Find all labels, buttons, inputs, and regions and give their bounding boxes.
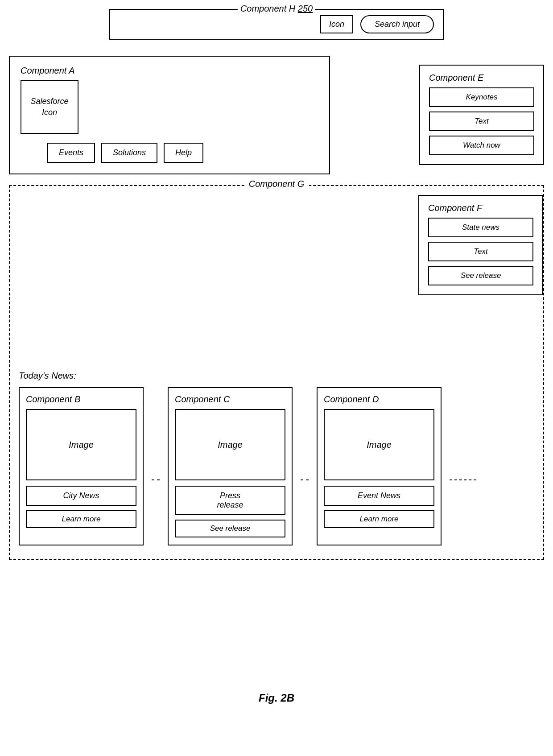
news-cards-row: Component B Image City News Learn more C… xyxy=(19,387,534,545)
dashed-arrow-bc xyxy=(152,479,160,480)
card-d-image: Image xyxy=(324,409,434,480)
card-c-image: Image xyxy=(175,409,285,480)
icon-box[interactable]: Icon xyxy=(320,15,353,33)
salesforce-icon: SalesforceIcon xyxy=(21,80,78,134)
component-f: Component F State news Text See release xyxy=(418,195,543,295)
component-g: Component G Component F State news Text … xyxy=(9,185,544,560)
nav-buttons: Events Solutions Help xyxy=(47,143,318,163)
card-d-button[interactable]: Learn more xyxy=(324,510,434,528)
card-c-title: Press release xyxy=(175,486,285,515)
todays-news-label: Today's News: xyxy=(19,371,534,381)
component-f-text-button[interactable]: Text xyxy=(428,242,533,261)
card-b-image: Image xyxy=(26,409,136,480)
search-input[interactable]: Search input xyxy=(360,15,434,33)
component-b-label: Component B xyxy=(26,394,136,405)
state-news-button[interactable]: State news xyxy=(428,218,533,237)
dashed-arrow-d-right xyxy=(450,479,476,480)
keynotes-button[interactable]: Keynotes xyxy=(429,87,534,107)
component-a: Component A SalesforceIcon Events Soluti… xyxy=(9,56,330,174)
card-b-button[interactable]: Learn more xyxy=(26,510,136,528)
events-button[interactable]: Events xyxy=(47,143,95,163)
component-e: Component E Keynotes Text Watch now xyxy=(419,65,544,165)
component-g-label: Component G xyxy=(244,179,309,189)
component-b-card: Component B Image City News Learn more xyxy=(19,387,144,545)
dashed-arrow-cd xyxy=(301,479,309,480)
watch-now-button[interactable]: Watch now xyxy=(429,136,534,155)
component-c-label: Component C xyxy=(175,394,285,405)
see-release-button-f[interactable]: See release xyxy=(428,266,533,285)
component-h: Component H 250 Icon Search input xyxy=(109,9,444,40)
card-d-title: Event News xyxy=(324,486,434,506)
component-f-label: Component F xyxy=(428,203,533,213)
component-e-label: Component E xyxy=(429,73,534,83)
component-d-card: Component D Image Event News Learn more xyxy=(317,387,442,545)
component-a-label: Component A xyxy=(21,66,318,76)
component-h-label: Component H 250 xyxy=(238,4,315,14)
card-c-button[interactable]: See release xyxy=(175,520,285,537)
solutions-button[interactable]: Solutions xyxy=(101,143,157,163)
component-c-card: Component C Image Press release See rele… xyxy=(168,387,293,545)
help-button[interactable]: Help xyxy=(164,143,203,163)
component-e-text-button[interactable]: Text xyxy=(429,112,534,131)
fig-label: Fig. 2B xyxy=(9,692,544,704)
card-b-title: City News xyxy=(26,486,136,506)
component-d-label: Component D xyxy=(324,394,434,405)
